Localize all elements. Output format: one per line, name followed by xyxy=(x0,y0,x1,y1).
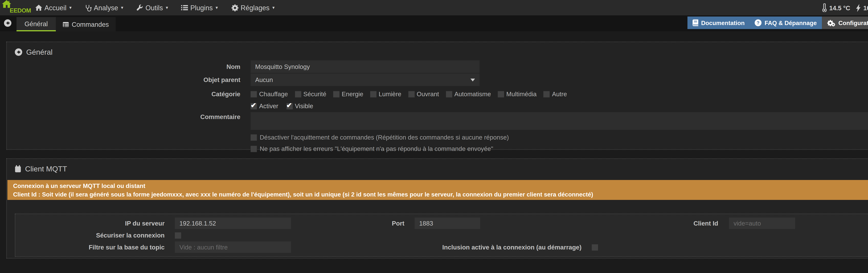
banner-line-2: Client Id : Soit vide (il sera généré so… xyxy=(13,190,868,199)
question-circle-icon: ? xyxy=(755,19,762,26)
checkbox-lumiere[interactable] xyxy=(370,91,376,97)
checkbox-ne-pas-afficher-erreurs[interactable] xyxy=(251,146,257,152)
gears-icon xyxy=(827,19,836,27)
tabs: Général Commandes xyxy=(17,17,116,31)
wrench-icon xyxy=(136,4,143,11)
mqtt-panel: Client MQTT Connexion à un serveur MQTT … xyxy=(6,158,868,259)
table-icon xyxy=(63,22,69,27)
main-menu: Accueil ▾ Analyse ▾ Outils ▾ xyxy=(35,0,275,16)
arrow-circle-left-icon[interactable] xyxy=(15,48,22,56)
chevron-down-icon: ▾ xyxy=(166,5,168,10)
category-automatisme: Automatisme xyxy=(446,91,491,97)
ip-input[interactable] xyxy=(175,218,291,229)
checkbox-ouvrant[interactable] xyxy=(408,91,414,97)
flag-visible: Visible xyxy=(286,102,313,109)
nom-input[interactable] xyxy=(251,60,479,73)
mqtt-form-box: IP du serveur Port Client Id Sécuriser l… xyxy=(15,214,868,257)
category-chauffage: Chauffage xyxy=(251,91,288,97)
documentation-button[interactable]: Documentation xyxy=(687,17,750,29)
menu-item-plugins[interactable]: Plugins ▾ xyxy=(181,4,218,12)
mqtt-info-banner: Connexion à un serveur MQTT local ou dis… xyxy=(7,180,868,200)
category-ouvrant: Ouvrant xyxy=(408,91,439,97)
back-button[interactable] xyxy=(4,19,11,27)
mqtt-panel-title: Client MQTT xyxy=(25,164,67,173)
faq-button[interactable]: ? FAQ & Dépannage xyxy=(750,17,822,29)
category-lumiere: Lumière xyxy=(370,91,401,97)
tab-strip: Général Commandes xyxy=(0,16,868,31)
general-panel-header: Général xyxy=(7,42,868,56)
categorie-label: Catégorie xyxy=(7,91,240,97)
power-value: 10 xyxy=(863,4,868,11)
jeedom-app: EEDOM Accueil ▾ Analyse ▾ xyxy=(0,0,868,273)
home-icon xyxy=(35,5,42,11)
flag-activer: Activer xyxy=(251,102,278,109)
mqtt-row-3: Filtre sur la base du topic Inclusion ac… xyxy=(16,241,868,253)
checkbox-energie[interactable] xyxy=(333,91,339,97)
client-id-input[interactable] xyxy=(729,218,795,229)
chevron-down-icon: ▾ xyxy=(273,5,275,10)
checkbox-securite[interactable] xyxy=(295,91,301,97)
category-autre: Autre xyxy=(544,91,567,97)
nom-row: Nom xyxy=(7,60,868,73)
checkbox-autre[interactable] xyxy=(544,91,550,97)
menu-item-accueil[interactable]: Accueil ▾ xyxy=(35,4,71,12)
commentaire-textarea[interactable] xyxy=(251,112,868,130)
navbar-status: 14.5 °C 10 xyxy=(822,0,868,16)
tab-commandes[interactable]: Commandes xyxy=(56,17,116,31)
checkbox-securiser-connexion[interactable] xyxy=(175,232,181,238)
mqtt-row-2: Sécuriser la connexion xyxy=(16,232,868,239)
stethoscope-icon xyxy=(85,4,92,11)
temperature-value: 14.5 °C xyxy=(829,4,850,11)
chevron-down-icon xyxy=(470,79,475,82)
mqtt-row-1: IP du serveur Port Client Id xyxy=(16,218,868,229)
menu-item-analyse[interactable]: Analyse ▾ xyxy=(85,4,123,12)
svg-text:?: ? xyxy=(757,20,760,25)
checkbox-visible[interactable] xyxy=(286,103,292,109)
checkbox-inclusion-active[interactable] xyxy=(592,244,598,250)
objet-parent-label: Objet parent xyxy=(7,76,240,83)
gear-icon xyxy=(231,4,239,11)
category-securite: Sécurité xyxy=(295,91,327,97)
port-input[interactable] xyxy=(415,218,480,229)
objet-parent-row: Objet parent Aucun xyxy=(7,73,868,86)
jeedom-logo[interactable]: EEDOM xyxy=(2,0,32,16)
tab-general[interactable]: Général xyxy=(17,17,56,31)
general-panel: Général Nom Objet parent Aucun Catégorie xyxy=(6,41,868,150)
advanced-config-button[interactable]: Configuration avancée xyxy=(822,17,868,29)
nom-label: Nom xyxy=(7,63,240,70)
category-multimedia: Multimédia xyxy=(498,91,537,97)
checkbox-automatisme[interactable] xyxy=(446,91,452,97)
jeedom-logo-text: EEDOM xyxy=(10,7,31,14)
tab-actions: Documentation ? FAQ & Dépannage xyxy=(687,17,868,29)
general-panel-title: Général xyxy=(26,48,53,56)
chevron-down-icon: ▾ xyxy=(69,5,71,10)
menu-item-reglages[interactable]: Réglages ▾ xyxy=(231,4,275,12)
checkbox-multimedia[interactable] xyxy=(498,91,504,97)
secure-label: Sécuriser la connexion xyxy=(16,232,164,239)
mqtt-panel-header: Client MQTT xyxy=(7,159,868,173)
banner-line-1: Connexion à un serveur MQTT local ou dis… xyxy=(13,182,868,190)
top-navbar: EEDOM Accueil ▾ Analyse ▾ xyxy=(0,0,868,16)
categorie-row: Catégorie Chauffage Sécurité Energie Lum… xyxy=(7,91,868,97)
commentaire-row: Commentaire xyxy=(7,112,868,130)
checkbox-activer[interactable] xyxy=(251,103,257,109)
checkbox-desactiver-acquittement[interactable] xyxy=(251,134,257,141)
client-id-label: Client Id xyxy=(480,220,718,227)
ip-label: IP du serveur xyxy=(16,220,164,227)
topic-filter-label: Filtre sur la base du topic xyxy=(16,244,164,251)
list-icon xyxy=(181,5,188,11)
chevron-down-icon: ▾ xyxy=(121,5,123,10)
topic-filter-input[interactable] xyxy=(175,241,291,253)
checkbox-chauffage[interactable] xyxy=(251,91,257,97)
objet-parent-select[interactable]: Aucun xyxy=(251,73,479,86)
commentaire-label: Commentaire xyxy=(7,112,240,120)
option-row-acquittement: Désactiver l'acquittement de commandes (… xyxy=(7,134,868,141)
book-icon xyxy=(692,19,698,26)
port-label: Port xyxy=(291,220,404,227)
category-energie: Energie xyxy=(333,91,363,97)
chevron-down-icon: ▾ xyxy=(215,5,218,10)
bolt-icon xyxy=(856,4,861,12)
inclusion-label: Inclusion active à la connexion (au déma… xyxy=(291,244,582,251)
thermometer-icon xyxy=(822,3,827,12)
menu-item-outils[interactable]: Outils ▾ xyxy=(136,4,168,12)
